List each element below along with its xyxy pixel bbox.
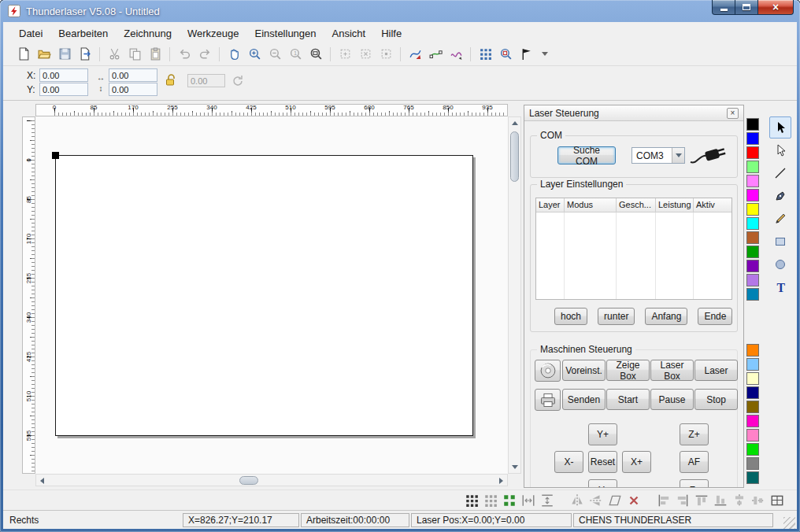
machine-button[interactable]: Stop	[694, 389, 738, 410]
scroll-right-icon[interactable]	[495, 475, 507, 486]
align-center-v-icon[interactable]	[750, 492, 767, 509]
color-swatch[interactable]	[746, 161, 759, 173]
color-swatch[interactable]	[746, 415, 759, 427]
zoom-select-icon[interactable]	[496, 45, 515, 64]
open-icon[interactable]	[35, 45, 54, 64]
jog-x-minus-button[interactable]: X-	[554, 451, 583, 473]
machine-button[interactable]: Laser	[694, 360, 738, 381]
align-bottom-icon[interactable]	[712, 492, 729, 509]
align-center-h-icon[interactable]	[731, 492, 748, 509]
curve-edit-icon[interactable]	[406, 45, 424, 64]
color-swatch[interactable]	[746, 203, 759, 216]
origin-handle[interactable]	[52, 152, 59, 159]
copy-icon[interactable]	[125, 45, 144, 64]
node-edit-icon[interactable]	[426, 45, 445, 64]
zoom-fit-icon[interactable]	[306, 45, 325, 64]
layer-table-body[interactable]	[536, 212, 731, 299]
color-swatch[interactable]	[746, 246, 759, 258]
chevron-down-icon[interactable]	[672, 148, 684, 163]
com-port-select[interactable]: COM3	[631, 147, 685, 164]
origin-disc-icon[interactable]	[535, 360, 561, 382]
dot-grid-icon[interactable]	[482, 492, 499, 509]
snap-grid-icon[interactable]	[463, 492, 480, 509]
jog-reset-button[interactable]: Reset	[588, 451, 617, 473]
select-tool[interactable]	[769, 116, 791, 139]
machine-button[interactable]: Pause	[650, 389, 694, 410]
redo-icon[interactable]	[195, 45, 214, 64]
pencil-tool[interactable]	[769, 208, 791, 230]
machine-button[interactable]: Voreinst.	[562, 360, 606, 381]
y-input[interactable]	[39, 83, 88, 96]
jog-z-minus-button[interactable]: Z-	[680, 479, 709, 488]
machine-button[interactable]: Laser Box	[650, 360, 694, 381]
delete-icon[interactable]	[625, 492, 643, 509]
panel-title-bar[interactable]: Laser Steuerung ×	[524, 105, 743, 121]
skew-icon[interactable]	[606, 492, 624, 509]
color-swatch[interactable]	[746, 358, 759, 371]
color-swatch[interactable]	[746, 132, 759, 145]
menu-item[interactable]: Ansicht	[324, 25, 374, 42]
color-swatch[interactable]	[746, 401, 759, 413]
column-header[interactable]: Leistung	[656, 198, 694, 212]
ellipse-tool[interactable]	[769, 253, 791, 275]
drawing-page[interactable]	[55, 155, 473, 436]
jog-af-button[interactable]: AF	[680, 451, 709, 473]
align-right-icon[interactable]	[674, 492, 691, 509]
horizontal-scrollbar[interactable]	[35, 474, 508, 486]
scroll-down-icon[interactable]	[509, 461, 520, 473]
new-icon[interactable]	[14, 45, 33, 64]
color-swatch[interactable]	[746, 429, 759, 441]
line-tool[interactable]	[769, 162, 791, 184]
width-input[interactable]	[109, 68, 157, 82]
minimize-button[interactable]	[712, 0, 735, 15]
flag-pen-icon[interactable]	[517, 45, 535, 64]
layer-button[interactable]: runter	[598, 308, 635, 325]
paste-icon[interactable]	[146, 45, 165, 64]
align-dialog-icon[interactable]	[769, 492, 786, 509]
color-swatch[interactable]	[746, 344, 759, 357]
color-swatch[interactable]	[746, 372, 759, 385]
column-header[interactable]: Gesch...	[617, 198, 656, 212]
zoom-in-icon[interactable]	[245, 45, 264, 64]
menu-item[interactable]: Werkzeuge	[180, 25, 247, 42]
search-com-button[interactable]: Suche COM	[557, 146, 616, 164]
panel-close-icon[interactable]: ×	[727, 108, 739, 119]
rectangle-tool[interactable]	[769, 231, 791, 253]
layer-button[interactable]: Ende	[698, 308, 732, 325]
x-input[interactable]	[39, 68, 88, 82]
resize-grip[interactable]	[783, 517, 795, 529]
grid-array-icon[interactable]	[476, 45, 494, 64]
v-spacing-icon[interactable]	[539, 492, 556, 509]
column-header[interactable]: Aktiv	[694, 198, 731, 212]
scroll-left-icon[interactable]	[36, 475, 48, 486]
align-left-icon[interactable]	[655, 492, 672, 509]
text-tool[interactable]: T	[769, 276, 791, 298]
zoom-out-icon[interactable]	[265, 45, 284, 64]
menu-item[interactable]: Datei	[11, 25, 50, 42]
menu-item[interactable]: Zeichnung	[116, 25, 180, 42]
color-swatch[interactable]	[746, 386, 759, 399]
color-swatch[interactable]	[746, 260, 759, 272]
color-swatch[interactable]	[746, 471, 759, 484]
pen-tool[interactable]	[769, 185, 791, 207]
array-copy-icon[interactable]	[501, 492, 518, 509]
align-top-icon[interactable]	[693, 492, 710, 509]
toolbar-more-icon[interactable]	[542, 52, 548, 56]
mirror-horizontal-icon[interactable]	[569, 492, 586, 509]
title-bar[interactable]: Thunderlaser V5.08 - Untitled ×	[0, 0, 800, 22]
maximize-button[interactable]	[735, 0, 757, 15]
layer-button[interactable]: Anfang	[645, 308, 687, 325]
mirror-vertical-icon[interactable]	[587, 492, 605, 509]
select-add-icon[interactable]	[356, 45, 375, 64]
machine-button[interactable]: Zeige Box	[606, 360, 650, 381]
color-swatch[interactable]	[746, 146, 759, 159]
color-swatch[interactable]	[746, 175, 759, 187]
jog-y-minus-button[interactable]: Y-	[588, 479, 617, 488]
menu-item[interactable]: Hilfe	[373, 25, 409, 42]
measure-icon[interactable]	[446, 45, 465, 64]
color-swatch[interactable]	[746, 457, 759, 470]
menu-item[interactable]: Bearbeiten	[50, 25, 116, 42]
vertical-scrollbar[interactable]	[508, 116, 521, 474]
select-region-icon[interactable]	[335, 45, 354, 64]
vertical-scroll-thumb[interactable]	[510, 131, 519, 182]
